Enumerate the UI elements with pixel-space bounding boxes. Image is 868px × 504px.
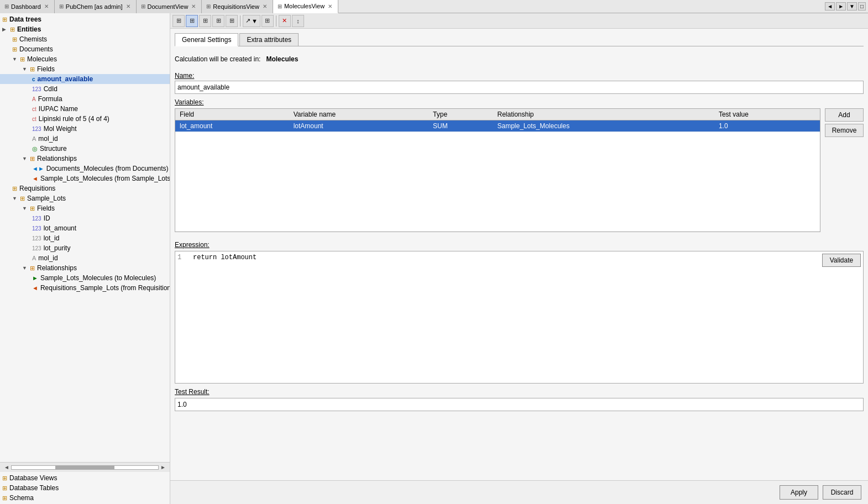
sidebar-item-sl-relationships[interactable]: ▼ ⊞ Relationships	[0, 263, 170, 273]
molecules-toggle[interactable]: ▼	[12, 56, 19, 62]
apply-button[interactable]: Apply	[780, 485, 818, 500]
test-result-input[interactable]	[175, 398, 864, 411]
tab-bar: ⊞ Dashboard ✕ ⊞ PubChem [as admin] ✕ ⊞ D…	[0, 0, 868, 13]
sidebar-item-formula[interactable]: A Formula	[0, 94, 170, 104]
expression-container[interactable]: 1 return lotAmount Validate	[175, 251, 864, 384]
tab-general-settings[interactable]: General Settings	[175, 33, 238, 46]
toolbar-btn-1[interactable]: ⊞	[172, 15, 185, 27]
sidebar-item-requisitions[interactable]: ⊞ Requisitions	[0, 183, 170, 193]
content-area: General Settings Extra attributes Calcul…	[170, 29, 868, 480]
tab-dashboard-close[interactable]: ✕	[43, 3, 50, 9]
panel-tabs: General Settings Extra attributes	[175, 33, 864, 46]
name-input[interactable]	[175, 81, 864, 94]
sidebar-item-sl-mol-rel-label: Sample_Lots_Molecules (to Molecules)	[40, 274, 156, 282]
tab-pubchem-close[interactable]: ✕	[125, 3, 132, 9]
sidebar-item-database-views-label: Database Views	[9, 474, 57, 482]
validate-button[interactable]: Validate	[822, 254, 861, 267]
toolbar-btn-6[interactable]: ⊞	[262, 15, 274, 27]
sidebar-item-cdid[interactable]: 123 CdId	[0, 84, 170, 94]
tab-pubchem[interactable]: ⊞ PubChem [as admin] ✕	[55, 0, 137, 13]
scroll-left-btn[interactable]: ◄	[2, 464, 11, 470]
sidebar-item-structure-label: Structure	[40, 145, 67, 153]
sidebar-item-mol-fields[interactable]: ▼ ⊞ Fields	[0, 64, 170, 74]
sidebar-scrollbar[interactable]	[11, 465, 159, 470]
toolbar-btn-4[interactable]: ⊞	[212, 15, 224, 27]
sidebar-item-database-tables[interactable]: ⊞ Database Tables	[0, 483, 170, 493]
tab-moleculesview-close[interactable]: ✕	[327, 3, 333, 9]
sidebar-item-structure[interactable]: ◎ Structure	[0, 144, 170, 154]
col-variable: Variable name	[289, 109, 428, 120]
tab-documentview-close[interactable]: ✕	[190, 3, 197, 9]
sidebar-tree: ⊞ Data trees ▶ ⊞ Entities ⊞ Chemists ⊞ D…	[0, 13, 170, 462]
remove-variable-button[interactable]: Remove	[825, 124, 864, 137]
sidebar-item-data-trees[interactable]: ⊞ Data trees	[0, 14, 170, 24]
sidebar-item-chemists[interactable]: ⊞ Chemists	[0, 34, 170, 44]
sidebar-item-sample-lots[interactable]: ▼ ⊞ Sample_Lots	[0, 193, 170, 203]
sidebar-item-lot-purity-label: lot_purity	[44, 244, 71, 252]
tab-moleculesview[interactable]: ⊞ MoleculesView ✕	[273, 0, 338, 13]
sidebar-item-database-views[interactable]: ⊞ Database Views	[0, 473, 170, 483]
sidebar-item-lot-purity[interactable]: 123 lot_purity	[0, 243, 170, 253]
col-type: Type	[428, 109, 493, 120]
sidebar-item-molweight[interactable]: 123 Mol Weight	[0, 124, 170, 134]
mol-fields-toggle[interactable]: ▼	[22, 66, 29, 72]
tab-ctrl-down[interactable]: ▼	[847, 2, 857, 11]
entities-toggle[interactable]: ▶	[2, 27, 9, 32]
scrollbar-thumb	[55, 466, 114, 469]
sidebar-item-sample-mols[interactable]: ◄ Sample_Lots_Molecules (from Sample_Lot…	[0, 174, 170, 183]
sidebar-item-molecules[interactable]: ▼ ⊞ Molecules	[0, 54, 170, 64]
sidebar-item-lot-id[interactable]: 123 lot_id	[0, 233, 170, 243]
sl-fields-toggle[interactable]: ▼	[22, 206, 29, 211]
sidebar-item-lipinski[interactable]: ct Lipinski rule of 5 (4 of 4)	[0, 114, 170, 124]
toolbar-dropdown[interactable]: ↗ ▼	[243, 15, 260, 27]
tab-controls: ◄ ► ▼ □	[825, 2, 868, 11]
sidebar-item-sl-mol-id[interactable]: A mol_id	[0, 253, 170, 263]
tab-dashboard[interactable]: ⊞ Dashboard ✕	[0, 0, 55, 13]
sample-lots-toggle[interactable]: ▼	[12, 196, 19, 201]
sidebar-horizontal-scroll[interactable]: ◄ ►	[0, 462, 170, 472]
mol-rel-toggle[interactable]: ▼	[22, 156, 29, 161]
sidebar-item-database-tables-label: Database Tables	[9, 484, 59, 492]
formula-icon: A	[32, 96, 36, 102]
tab-documentview[interactable]: ⊞ DocumentView ✕	[137, 0, 202, 13]
tab-extra-attributes[interactable]: Extra attributes	[239, 33, 299, 46]
tab-ctrl-max[interactable]: □	[858, 2, 866, 11]
sidebar-item-documents-label: Documents	[19, 45, 53, 53]
sidebar-item-amount-available[interactable]: c amount_available	[0, 74, 170, 84]
toolbar-btn-delete[interactable]: ✕	[279, 15, 291, 27]
tab-requisitionsview-icon: ⊞	[206, 3, 211, 9]
toolbar-btn-sort[interactable]: ↕	[292, 15, 304, 27]
sidebar-item-mol-relationships[interactable]: ▼ ⊞ Relationships	[0, 154, 170, 164]
sidebar-item-entities[interactable]: ▶ ⊞ Entities	[0, 24, 170, 34]
sidebar-item-mol-id[interactable]: A mol_id	[0, 134, 170, 144]
sidebar-item-documents[interactable]: ⊞ Documents	[0, 44, 170, 54]
var-test-value: 1.0	[714, 120, 820, 132]
tab-requisitionsview[interactable]: ⊞ RequisitionsView ✕	[202, 0, 273, 13]
sidebar-item-schema[interactable]: ⊞ Schema	[0, 493, 170, 503]
toolbar-btn-3[interactable]: ⊞	[199, 15, 211, 27]
toolbar-dropdown-icon: ↗	[245, 17, 250, 24]
sidebar-item-sl-req-rel[interactable]: ◄ Requisitions_Sample_Lots (from Requisi…	[0, 283, 170, 293]
toolbar-btn-2[interactable]: ⊞	[186, 15, 198, 27]
sidebar-item-sl-fields[interactable]: ▼ ⊞ Fields	[0, 203, 170, 213]
toolbar-btn-5[interactable]: ⊞	[226, 15, 238, 27]
sl-mol-rel-icon: ►	[32, 275, 38, 281]
documents-icon: ⊞	[12, 46, 17, 53]
table-row[interactable]: lot_amount lotAmount SUM Sample_Lots_Mol…	[175, 120, 820, 132]
sidebar-item-lipinski-label: Lipinski rule of 5 (4 of 4)	[39, 115, 109, 123]
tab-moleculesview-label: MoleculesView	[284, 3, 325, 9]
sidebar-item-docs-mols[interactable]: ◄► Documents_Molecules (from Documents)	[0, 164, 170, 174]
tab-ctrl-right[interactable]: ►	[836, 2, 846, 11]
sidebar-item-lot-amount[interactable]: 123 lot_amount	[0, 223, 170, 233]
sl-rel-toggle[interactable]: ▼	[22, 265, 29, 271]
lot-purity-icon: 123	[32, 245, 41, 251]
sidebar-item-sl-id[interactable]: 123 ID	[0, 213, 170, 223]
chemists-icon: ⊞	[12, 36, 17, 43]
add-variable-button[interactable]: Add	[825, 108, 864, 122]
scroll-right-btn[interactable]: ►	[159, 464, 168, 470]
tab-requisitionsview-close[interactable]: ✕	[262, 3, 268, 9]
sidebar-item-iupac[interactable]: ct IUPAC Name	[0, 104, 170, 114]
tab-ctrl-left[interactable]: ◄	[825, 2, 835, 11]
sidebar-item-sl-mol-rel[interactable]: ► Sample_Lots_Molecules (to Molecules)	[0, 273, 170, 283]
discard-button[interactable]: Discard	[823, 485, 861, 500]
